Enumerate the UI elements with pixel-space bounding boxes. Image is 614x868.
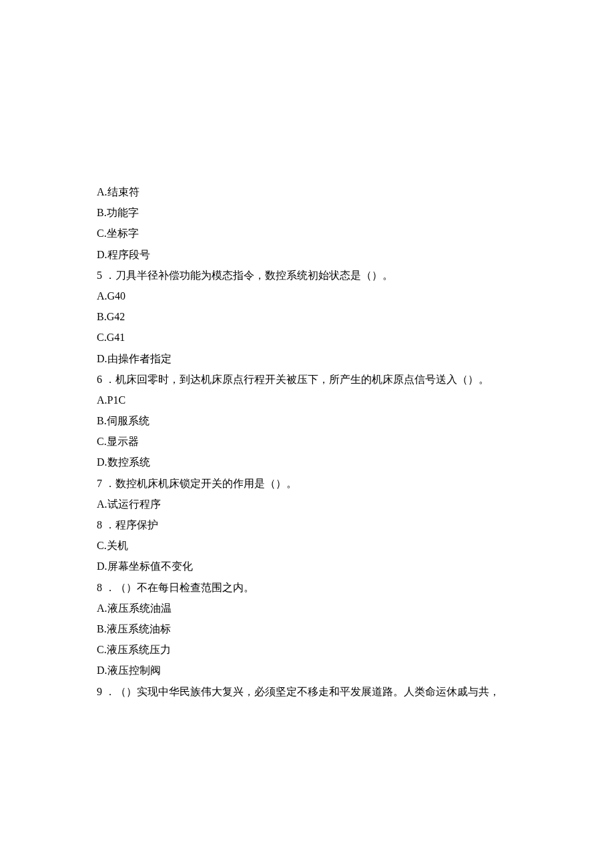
- option-line: C.G41: [97, 327, 547, 348]
- option-line: D.程序段号: [97, 244, 547, 265]
- option-line: B.功能字: [97, 202, 547, 223]
- option-line: D.数控系统: [97, 452, 547, 472]
- option-line: C.显示器: [97, 431, 547, 452]
- option-line: A.G40: [97, 286, 547, 306]
- option-line: B.伺服系统: [97, 410, 547, 431]
- option-line: C.关机: [97, 535, 547, 556]
- option-line: 8 ．程序保护: [97, 514, 547, 535]
- question-line: 7 ．数控机床机床锁定开关的作用是（）。: [97, 473, 547, 494]
- option-line: A.液压系统油温: [97, 598, 547, 618]
- question-line: 5 ．刀具半径补偿功能为模态指令，数控系统初始状态是（）。: [97, 265, 547, 286]
- option-line: D.液压控制阀: [97, 660, 547, 681]
- option-line: C.液压系统压力: [97, 639, 547, 660]
- option-line: D.屏幕坐标值不变化: [97, 556, 547, 576]
- option-line: D.由操作者指定: [97, 348, 547, 369]
- document-content: A.结束符 B.功能字 C.坐标字 D.程序段号 5 ．刀具半径补偿功能为模态指…: [97, 181, 547, 702]
- option-line: B.液压系统油标: [97, 618, 547, 639]
- option-line: B.G42: [97, 306, 547, 327]
- question-line: 8 ．（）不在每日检查范围之内。: [97, 577, 547, 598]
- option-line: C.坐标字: [97, 223, 547, 244]
- question-line: 9 ．（）实现中华民族伟大复兴，必须坚定不移走和平发展道路。人类命运休戚与共，: [97, 681, 547, 702]
- option-line: A.结束符: [97, 181, 547, 202]
- option-line: A.P1C: [97, 390, 547, 410]
- option-line: A.试运行程序: [97, 494, 547, 514]
- question-line: 6 ．机床回零时，到达机床原点行程开关被压下，所产生的机床原点信号送入（）。: [97, 369, 547, 390]
